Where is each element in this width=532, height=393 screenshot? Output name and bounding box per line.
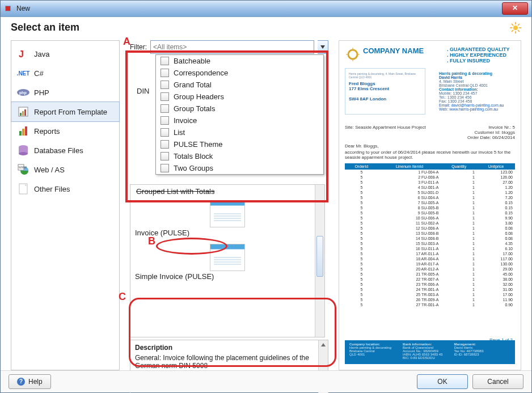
php-icon: php bbox=[17, 86, 29, 99]
globe-icon: WWW bbox=[17, 163, 29, 176]
annotation-b: B bbox=[148, 235, 155, 247]
svg-text:php: php bbox=[19, 91, 27, 95]
filter-option-label: Group Totals bbox=[174, 104, 215, 113]
filter-option-label: List bbox=[174, 128, 185, 137]
preview-intro: according to your order of 06/24/2014 pl… bbox=[345, 150, 515, 160]
description-title: Description bbox=[135, 344, 315, 352]
app-icon bbox=[4, 5, 13, 12]
filter-option[interactable]: Group Headers bbox=[156, 91, 323, 103]
sidebar-item-label: PHP bbox=[34, 88, 49, 97]
checkbox-icon bbox=[161, 57, 169, 65]
template-thumbnail bbox=[210, 200, 245, 227]
preview-contact: Harris painting & decorating David Harri… bbox=[436, 68, 515, 115]
window-title: New bbox=[16, 5, 30, 12]
filter-option[interactable]: Correspondence bbox=[156, 67, 323, 79]
filter-option[interactable]: Group Totals bbox=[156, 103, 323, 115]
preview-site: Site: Seaside Appartment House Project bbox=[345, 125, 426, 140]
checkbox-icon bbox=[161, 81, 169, 89]
svg-marker-27 bbox=[320, 45, 325, 49]
checkbox-icon bbox=[161, 140, 169, 149]
sidebar-item-web[interactable]: WWW Web / AS bbox=[11, 160, 119, 179]
checkbox-icon bbox=[161, 164, 169, 172]
checkbox-icon bbox=[161, 92, 169, 101]
sidebar-item-java[interactable]: J Java bbox=[11, 44, 119, 64]
filter-option-label: PULSE Theme bbox=[174, 140, 222, 149]
preview-salutation: Dear Mr. Bloggs, bbox=[345, 143, 515, 149]
annotation-c: C bbox=[119, 291, 126, 303]
page-title: Select an item bbox=[11, 22, 79, 33]
svg-point-30 bbox=[348, 50, 357, 59]
checkbox-icon bbox=[161, 69, 169, 77]
filter-option[interactable]: Batcheable bbox=[156, 55, 323, 67]
filter-option-label: Two Groups bbox=[174, 164, 213, 172]
filter-option-label: Totals Block bbox=[174, 152, 213, 160]
svg-rect-18 bbox=[25, 126, 27, 136]
filter-combobox[interactable]: <All items> bbox=[150, 40, 314, 54]
svg-text:WWW: WWW bbox=[19, 166, 27, 169]
svg-rect-16 bbox=[19, 131, 22, 136]
svg-rect-15 bbox=[24, 109, 26, 116]
annotation-a: A bbox=[123, 36, 130, 48]
filter-option[interactable]: Invoice bbox=[156, 115, 323, 126]
filter-option[interactable]: Totals Block bbox=[156, 150, 323, 162]
database-icon bbox=[17, 144, 29, 157]
sidebar-item-other[interactable]: Other Files bbox=[11, 179, 119, 198]
filter-option-label: Batcheable bbox=[174, 57, 210, 65]
sidebar-item-csharp[interactable]: .NET C# bbox=[11, 64, 119, 83]
filter-option-label: Grand Total bbox=[174, 81, 212, 89]
template-name-selected: Invoice (PULSE) bbox=[135, 229, 320, 237]
template-list[interactable]: DIN Grouped List with Totals Invoice (PU… bbox=[130, 184, 325, 337]
checkbox-icon bbox=[161, 152, 169, 160]
filter-option[interactable]: Grand Total bbox=[156, 79, 323, 91]
preview-meta: Invoice Nr.: 5 Customer Id: bloggs Order… bbox=[467, 125, 515, 140]
preview-table: OrderIdLinenum ItemIdQuantityUnitprice 5… bbox=[345, 163, 515, 307]
preview-footer: Company location:Harris painting & decor… bbox=[345, 340, 515, 364]
scroll-thumb[interactable] bbox=[316, 236, 323, 277]
dialog-button-bar: ? Help OK Cancel bbox=[1, 370, 531, 392]
sidebar-item-php[interactable]: php PHP bbox=[11, 83, 119, 102]
report-template-icon bbox=[17, 105, 29, 118]
sidebar-item-label: Database Files bbox=[34, 146, 83, 155]
svg-rect-13 bbox=[20, 113, 22, 116]
filter-option[interactable]: PULSE Theme bbox=[156, 138, 323, 150]
scrollbar[interactable] bbox=[315, 185, 324, 337]
filter-option[interactable]: List bbox=[156, 126, 323, 138]
chevron-down-icon bbox=[320, 45, 325, 49]
sidebar-item-label: Reports bbox=[34, 127, 60, 136]
checkbox-icon bbox=[161, 116, 169, 125]
filter-option-label: Group Headers bbox=[174, 92, 224, 101]
sun-icon bbox=[510, 22, 521, 33]
filter-dropdown-list[interactable]: BatcheableCorrespondenceGrand TotalGroup… bbox=[155, 54, 324, 175]
category-sidebar: J Java .NET C# php PHP Report From Templ… bbox=[11, 40, 120, 370]
filter-option[interactable]: Two Groups bbox=[156, 162, 323, 174]
reports-icon bbox=[17, 125, 29, 137]
template-thumbnail bbox=[210, 244, 245, 271]
svg-marker-28 bbox=[321, 343, 326, 346]
svg-line-8 bbox=[512, 30, 513, 32]
titlebar: New ✕ bbox=[1, 1, 531, 17]
scroll-up-icon[interactable] bbox=[319, 341, 328, 348]
filter-dropdown-button[interactable] bbox=[318, 40, 328, 54]
svg-point-21 bbox=[19, 152, 28, 155]
sidebar-item-label: Report From Template bbox=[34, 108, 107, 116]
ok-button[interactable]: OK bbox=[417, 374, 468, 389]
svg-line-5 bbox=[512, 24, 513, 26]
sidebar-item-reports[interactable]: Reports bbox=[11, 121, 119, 141]
cancel-button[interactable]: Cancel bbox=[472, 374, 523, 389]
svg-line-7 bbox=[518, 24, 520, 26]
svg-text:J: J bbox=[19, 49, 24, 59]
sidebar-item-label: Other Files bbox=[34, 185, 70, 193]
java-icon: J bbox=[17, 48, 29, 60]
preview-taglines: GUARANTEED QUALITY HIGHLY EXPERIENCED FU… bbox=[447, 47, 515, 64]
help-button[interactable]: ? Help bbox=[9, 374, 51, 389]
filter-label: Filter: bbox=[130, 43, 147, 51]
window-close-button[interactable]: ✕ bbox=[502, 2, 528, 15]
sidebar-item-report-template[interactable]: Report From Template bbox=[11, 102, 120, 122]
template-entry[interactable]: Simple Invoice (PULSE) bbox=[130, 242, 324, 285]
template-grouped-label: Grouped List with Totals bbox=[130, 185, 324, 198]
template-entry[interactable]: Invoice (PULSE) bbox=[130, 198, 324, 242]
filter-option-label: Invoice bbox=[174, 116, 197, 125]
logo-icon bbox=[345, 47, 361, 62]
sidebar-item-db[interactable]: Database Files bbox=[11, 141, 119, 160]
checkbox-icon bbox=[161, 104, 169, 113]
